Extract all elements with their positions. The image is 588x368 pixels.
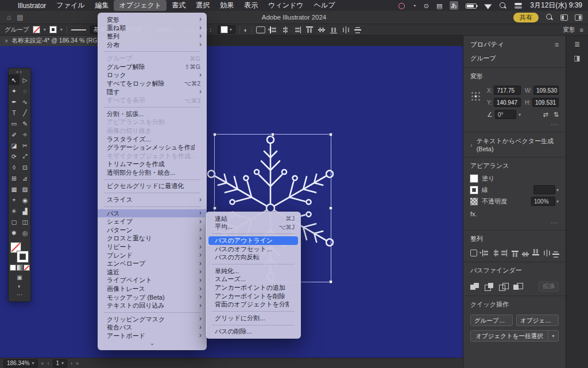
workspace-switcher-icon[interactable] xyxy=(575,14,582,21)
menu-item-expand-appearance[interactable]: アピアランスを分割 xyxy=(98,118,207,127)
zoom-level-select[interactable]: 186.34%▾ xyxy=(3,359,38,367)
rotate-tool[interactable]: ⟳ xyxy=(9,151,20,162)
stroke-swatch[interactable] xyxy=(50,26,56,33)
eraser-tool[interactable]: ◪ xyxy=(9,140,20,151)
menu-item-lock[interactable]: ロック xyxy=(98,71,207,80)
y-position-field[interactable]: 140.947 xyxy=(494,98,521,107)
menu-item-path[interactable]: パス xyxy=(98,209,207,218)
align-center-vertical-icon[interactable] xyxy=(318,26,325,34)
menu-item-simplify[interactable]: 単純化... xyxy=(206,267,301,275)
opacity-dropdown-icon[interactable]: ▾ xyxy=(556,199,559,204)
x-position-field[interactable]: 717.75 xyxy=(494,86,521,95)
transform-panel-label[interactable]: 変形 xyxy=(563,26,575,34)
distribute-vertical-icon[interactable] xyxy=(354,26,361,34)
symbol-sprayer-tool[interactable]: ✳ xyxy=(9,205,20,216)
appearance-stroke-swatch[interactable] xyxy=(470,186,478,194)
menubar-item[interactable]: 編集 xyxy=(90,0,114,11)
pathfinder-minus-front-icon[interactable] xyxy=(485,283,494,290)
spotlight-icon[interactable] xyxy=(499,2,507,10)
scissors-tool[interactable]: ✂ xyxy=(20,140,30,151)
menubar-item[interactable]: オブジェクト xyxy=(114,0,167,11)
graph-tool[interactable]: ▟ xyxy=(20,205,30,216)
hand-tool[interactable]: ✱ xyxy=(9,227,20,238)
menu-item-flatten-transparency[interactable]: 透明部分を分割・統合... xyxy=(98,168,207,177)
next-artboard-button[interactable]: › xyxy=(71,361,72,366)
stroke-color-swatch[interactable] xyxy=(17,251,28,262)
pathfinder-unite-icon[interactable] xyxy=(470,283,479,290)
style-dropdown[interactable]: ▾ xyxy=(218,25,235,34)
height-field[interactable]: 109.531 xyxy=(532,98,559,107)
menubar-item[interactable]: 書式 xyxy=(167,0,191,11)
docked-panel-icon[interactable]: ◨ xyxy=(574,54,580,62)
menu-item-shape[interactable]: シェイプ xyxy=(98,217,207,226)
menu-item-ungroup[interactable]: グループ解除 ⇧⌘G xyxy=(98,63,207,71)
menu-item-remove-anchor-points[interactable]: アンカーポイントを削除 xyxy=(206,292,301,301)
menu-item-envelope[interactable]: エンベロープ xyxy=(98,259,207,268)
collapse-panels-icon[interactable]: ≣ xyxy=(574,40,580,48)
direct-selection-tool[interactable]: ▷ xyxy=(20,74,30,85)
menu-item-align[interactable]: 整列 xyxy=(98,32,207,41)
lasso-tool[interactable]: ◌ xyxy=(20,85,30,96)
align-bottom-icon[interactable] xyxy=(532,250,539,256)
distribute-vertical-icon[interactable] xyxy=(552,250,559,256)
rotation-angle-field[interactable]: 0° xyxy=(495,110,516,119)
arrange-documents-icon[interactable] xyxy=(560,14,568,21)
type-tool[interactable]: T xyxy=(9,107,20,118)
input-method-icon[interactable]: あ xyxy=(450,1,458,10)
menu-item[interactable] xyxy=(206,309,301,314)
gradient-tool[interactable]: ▨ xyxy=(20,183,30,194)
scale-tool[interactable]: ⤢ xyxy=(20,151,30,162)
menubar-item[interactable]: 効果 xyxy=(215,0,239,11)
selection-handle[interactable] xyxy=(329,280,332,283)
align-center-horizontal-icon[interactable] xyxy=(281,26,289,33)
share-button[interactable]: 共有 xyxy=(513,13,539,22)
selection-handle[interactable] xyxy=(329,133,332,136)
mesh-tool[interactable]: ▦ xyxy=(9,183,20,194)
panel-opacity-field[interactable]: 100% xyxy=(531,197,555,206)
curvature-tool[interactable]: ∿ xyxy=(20,96,30,107)
align-right-icon[interactable] xyxy=(502,250,508,256)
align-left-icon[interactable] xyxy=(269,26,277,33)
gradient-mode-icon[interactable] xyxy=(17,265,22,270)
display-status-icon[interactable]: ◔ xyxy=(412,2,416,10)
menu-item[interactable] xyxy=(98,190,207,195)
menu-item-image-trace[interactable]: 画像トレース xyxy=(98,285,207,293)
menu-item-clipping-mask[interactable]: クリッピングマスク xyxy=(98,315,207,324)
stroke-weight-field[interactable] xyxy=(533,185,555,194)
transform-more-options[interactable]: ··· xyxy=(463,119,566,128)
menu-item-intertwine[interactable]: クロスと重なり xyxy=(98,235,207,243)
eyedropper-tool[interactable]: ⌖ xyxy=(9,194,20,205)
menu-scroll-indicator[interactable]: ⌄ xyxy=(98,340,207,347)
flip-horizontal-icon[interactable]: ⇄ xyxy=(543,111,548,118)
menu-item-offset-path[interactable]: パスのオフセット... xyxy=(206,245,301,254)
menu-item-perspective[interactable]: 遠近 xyxy=(98,268,207,277)
menu-item[interactable] xyxy=(206,231,301,236)
menu-item-expand[interactable]: 分割・拡張... xyxy=(98,110,207,118)
stroke-weight-dropdown-icon[interactable]: ▾ xyxy=(556,187,559,193)
menu-item[interactable] xyxy=(98,204,207,209)
menubar-item[interactable]: 選択 xyxy=(191,0,215,11)
free-transform-tool[interactable]: ⊡ xyxy=(20,162,30,172)
menu-item-arrange[interactable]: 重ね順 xyxy=(98,24,207,33)
app-search-icon[interactable] xyxy=(546,13,554,21)
flip-vertical-icon[interactable]: ⇅ xyxy=(554,111,559,118)
first-artboard-button[interactable]: « xyxy=(41,361,44,366)
selection-tool[interactable]: ↖ xyxy=(9,74,20,85)
menu-item-transform[interactable]: 変形 xyxy=(98,16,207,24)
slice-tool[interactable]: ◫ xyxy=(20,216,30,227)
menu-item-split-into-grid[interactable]: グリッドに分割... xyxy=(206,314,301,323)
app-menu-icon[interactable]: ▤ xyxy=(17,13,23,21)
blend-tool[interactable]: ◉ xyxy=(20,194,30,205)
align-top-icon[interactable] xyxy=(306,26,313,34)
wifi-icon[interactable] xyxy=(484,3,492,9)
menu-item-divide-objects-below[interactable]: 背面のオブジェクトを分割 xyxy=(206,300,301,309)
control-bar-menu-icon[interactable]: ≡ xyxy=(580,26,583,33)
fill-swatch[interactable] xyxy=(33,26,40,33)
selection-handle[interactable] xyxy=(271,133,274,136)
pen-tool[interactable]: ✒ xyxy=(9,96,20,107)
rectangle-tool[interactable]: ▭ xyxy=(9,118,20,129)
menu-item[interactable] xyxy=(98,177,207,182)
menu-item-live-paint[interactable]: ライブペイント xyxy=(98,277,207,285)
selection-handle[interactable] xyxy=(213,133,216,136)
fill-stroke-widget[interactable] xyxy=(10,243,29,262)
